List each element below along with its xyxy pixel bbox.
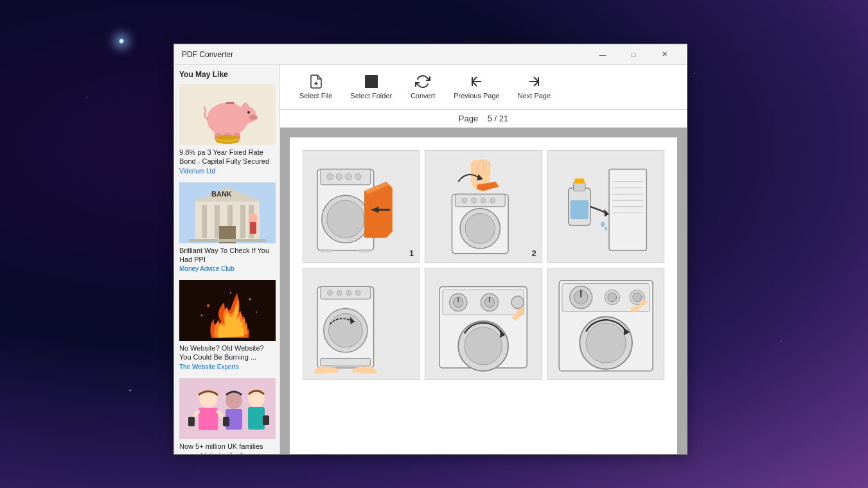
ad-text-4: Now 5+ million UK families can get tutor… bbox=[179, 442, 274, 454]
svg-point-121 bbox=[633, 293, 642, 302]
convert-label: Convert bbox=[411, 92, 436, 100]
svg-point-123 bbox=[586, 323, 626, 363]
svg-point-112 bbox=[518, 308, 524, 315]
pdf-converter-window: PDF Converter — □ ✕ You May Like bbox=[173, 44, 687, 455]
pdf-page: 1 bbox=[290, 137, 677, 454]
sidebar-title: You May Like bbox=[179, 70, 274, 79]
main-content: Select File Select Folder bbox=[280, 65, 687, 454]
svg-point-71 bbox=[465, 213, 495, 243]
svg-rect-42 bbox=[248, 407, 265, 430]
ad-item-4[interactable]: Now 5+ million UK families can get tutor… bbox=[179, 378, 274, 454]
instruction-cell-3 bbox=[547, 150, 664, 263]
select-file-button[interactable]: Select File bbox=[293, 70, 339, 104]
instruction-cell-5 bbox=[425, 268, 542, 380]
window-body: You May Like bbox=[174, 65, 687, 454]
svg-rect-86 bbox=[570, 200, 588, 219]
svg-rect-19 bbox=[215, 205, 220, 238]
titlebar: PDF Converter — □ ✕ bbox=[174, 44, 687, 65]
page-label: Page bbox=[459, 114, 478, 123]
svg-point-7 bbox=[242, 103, 249, 112]
svg-point-4 bbox=[251, 117, 253, 119]
svg-rect-18 bbox=[202, 205, 207, 238]
svg-point-69 bbox=[490, 198, 495, 203]
svg-rect-21 bbox=[240, 205, 245, 238]
previous-page-icon bbox=[469, 74, 484, 89]
maximize-button[interactable]: □ bbox=[619, 44, 648, 65]
svg-rect-73 bbox=[479, 160, 484, 173]
ad-text-1: 9.8% pa 3 Year Fixed Rate Bond - Capital… bbox=[179, 148, 274, 166]
svg-point-31 bbox=[230, 292, 231, 293]
previous-page-button[interactable]: Previous Page bbox=[447, 70, 506, 104]
titlebar-controls: — □ ✕ bbox=[588, 44, 679, 65]
next-page-label: Next Page bbox=[518, 92, 551, 100]
cell-number-1: 1 bbox=[409, 248, 414, 258]
svg-point-6 bbox=[247, 111, 250, 114]
convert-button[interactable]: Convert bbox=[403, 70, 442, 104]
instruction-cell-6 bbox=[547, 268, 664, 380]
select-folder-label: Select Folder bbox=[350, 92, 392, 100]
next-page-button[interactable]: Next Page bbox=[511, 70, 557, 104]
instruction-cell-2: 2 bbox=[425, 150, 542, 263]
ad-source-1: Viderium Ltd bbox=[179, 168, 274, 175]
ad-item-2[interactable]: BANK Brilliant Way To Check If You Had P… bbox=[179, 182, 274, 273]
svg-point-58 bbox=[355, 173, 361, 180]
instruction-cell-1: 1 bbox=[303, 150, 420, 263]
svg-point-119 bbox=[608, 293, 617, 302]
ad-text-2: Brilliant Way To Check If You Had PPI bbox=[179, 246, 274, 265]
page-current: 5 bbox=[488, 114, 492, 123]
svg-rect-85 bbox=[574, 179, 584, 184]
svg-rect-36 bbox=[199, 408, 218, 430]
svg-point-56 bbox=[336, 173, 342, 180]
convert-icon bbox=[415, 74, 430, 89]
page-separator: / bbox=[494, 114, 499, 123]
cell-number-2: 2 bbox=[531, 248, 536, 258]
svg-rect-62 bbox=[321, 249, 333, 252]
svg-rect-25 bbox=[189, 239, 266, 242]
ad-item-1[interactable]: 9.8% pa 3 Year Fixed Rate Bond - Capital… bbox=[179, 84, 274, 175]
svg-rect-98 bbox=[321, 358, 371, 366]
svg-point-95 bbox=[355, 290, 360, 295]
svg-rect-63 bbox=[358, 249, 370, 252]
close-button[interactable]: ✕ bbox=[650, 44, 679, 65]
svg-rect-43 bbox=[188, 417, 195, 426]
svg-marker-87 bbox=[604, 209, 609, 216]
svg-point-92 bbox=[328, 290, 333, 295]
ad-item-3[interactable]: No Website? Old Website? You Could Be Bu… bbox=[179, 280, 274, 370]
svg-point-26 bbox=[249, 213, 258, 222]
ad-image-3 bbox=[179, 280, 276, 341]
svg-point-39 bbox=[226, 392, 242, 409]
svg-point-60 bbox=[327, 200, 364, 238]
svg-point-88 bbox=[601, 222, 605, 227]
svg-point-14 bbox=[216, 135, 239, 140]
toolbar: Select File Select Folder bbox=[280, 65, 687, 110]
svg-point-89 bbox=[605, 227, 607, 231]
svg-point-68 bbox=[481, 198, 486, 203]
previous-page-label: Previous Page bbox=[454, 92, 500, 100]
svg-point-94 bbox=[346, 290, 351, 295]
svg-point-67 bbox=[472, 198, 477, 203]
ad-source-2: Money Advice Club bbox=[179, 265, 274, 272]
window-title: PDF Converter bbox=[182, 50, 588, 59]
svg-rect-48 bbox=[365, 75, 378, 88]
svg-point-108 bbox=[511, 296, 524, 308]
svg-point-5 bbox=[254, 117, 256, 119]
svg-point-66 bbox=[462, 198, 467, 203]
svg-point-93 bbox=[337, 290, 342, 295]
select-file-icon bbox=[308, 74, 324, 89]
sidebar-ads: You May Like bbox=[174, 65, 280, 454]
ad-source-3: The Website Experts bbox=[179, 363, 274, 370]
svg-rect-8 bbox=[226, 102, 235, 104]
svg-rect-44 bbox=[223, 417, 229, 426]
svg-point-29 bbox=[207, 304, 209, 307]
svg-point-110 bbox=[465, 327, 502, 364]
page-indicator: Page 5 / 21 bbox=[280, 110, 687, 128]
svg-point-3 bbox=[249, 114, 258, 121]
pdf-viewer[interactable]: 1 bbox=[280, 128, 687, 454]
select-folder-button[interactable]: Select Folder bbox=[344, 70, 398, 104]
svg-text:BANK: BANK bbox=[211, 190, 232, 198]
svg-rect-72 bbox=[472, 162, 477, 175]
minimize-button[interactable]: — bbox=[588, 44, 617, 65]
ad-image-2: BANK bbox=[179, 182, 276, 243]
select-file-label: Select File bbox=[299, 92, 332, 100]
ad-image-1 bbox=[179, 84, 276, 145]
